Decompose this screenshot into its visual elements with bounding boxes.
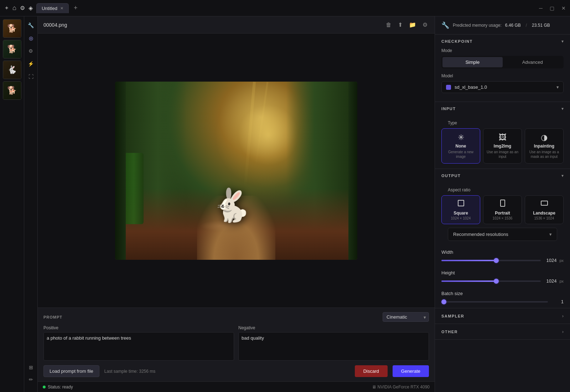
- batch-slider-value-row: 1: [441, 299, 564, 304]
- input-content: Type ✳ None Generate a new image 🖼 Img2I…: [435, 115, 570, 169]
- tab-close-icon[interactable]: ✕: [60, 6, 63, 11]
- add-tab-button[interactable]: +: [74, 4, 78, 12]
- square-name: Square: [445, 211, 477, 216]
- sample-time: Last sample time: 3256 ms: [104, 369, 155, 374]
- grid-view-icon[interactable]: ⊞: [26, 362, 36, 373]
- other-section[interactable]: OTHER ›: [435, 324, 570, 340]
- sampler-chevron-icon: ›: [562, 313, 564, 319]
- height-slider[interactable]: [441, 280, 541, 282]
- model-label: Model: [435, 73, 570, 78]
- status-text: Status: ready: [48, 385, 73, 390]
- export-image-button[interactable]: ⬆: [397, 20, 404, 30]
- width-slider-thumb[interactable]: [494, 258, 499, 263]
- tool-icon-sidebar: 🔧 ◎ ⚙ ⚡ ⛶ ⊞ ✏: [24, 16, 38, 392]
- wrench-tool-icon[interactable]: 🔧: [26, 20, 36, 31]
- thumbnail-1[interactable]: 🐕: [3, 19, 21, 38]
- positive-prompt-col: Positive a photo of a rabbit running bet…: [43, 325, 234, 362]
- square-icon: [445, 199, 477, 209]
- status-indicator: [43, 386, 46, 388]
- width-unit: px: [559, 258, 564, 263]
- height-slider-thumb[interactable]: [494, 279, 499, 284]
- advanced-mode-button[interactable]: Advanced: [503, 57, 563, 67]
- portrait-icon: [486, 199, 519, 209]
- home-icon[interactable]: ⌂: [12, 4, 16, 12]
- image-area: 00004.png 🗑 ⬆ 📁 ⚙: [38, 16, 435, 392]
- other-title: OTHER: [441, 330, 458, 334]
- none-icon: ✳: [445, 133, 477, 142]
- inpainting-name: Inpainting: [528, 144, 560, 149]
- pencil-tool-icon[interactable]: ✏: [26, 374, 36, 385]
- type-label: Type: [441, 120, 564, 125]
- type-none-card[interactable]: ✳ None Generate a new image: [441, 128, 480, 164]
- discard-button[interactable]: Discard: [355, 365, 388, 377]
- batch-slider-thumb[interactable]: [441, 299, 446, 304]
- memory-usage-bar: 🔧 Predicted memory usage: 6.46 GB / 23.5…: [435, 16, 570, 35]
- width-slider-fill: [441, 260, 496, 261]
- type-img2img-card[interactable]: 🖼 Img2Img Use an image as an input: [483, 128, 522, 164]
- style-select[interactable]: CinematicPhotorealisticAnimeOil Painting…: [383, 312, 429, 322]
- fullscreen-tool-icon[interactable]: ⛶: [26, 71, 36, 82]
- delete-image-button[interactable]: 🗑: [384, 20, 393, 30]
- checkpoint-section: CHECKPOINT ▾ Mode Simple Advanced Model …: [435, 35, 570, 102]
- none-name: None: [445, 144, 477, 149]
- input-chevron-icon: ▾: [561, 106, 564, 111]
- output-section-header[interactable]: OUTPUT ▾: [435, 169, 570, 182]
- model-color-dot: [446, 85, 451, 90]
- model-select[interactable]: sd_xl_base_1.0 ▾: [441, 81, 564, 93]
- checkpoint-content: Mode Simple Advanced Model sd_xl_base_1.…: [435, 48, 570, 102]
- minimize-button[interactable]: ─: [539, 5, 543, 11]
- batch-label: Batch size: [441, 291, 463, 296]
- gear-tool-icon[interactable]: ⚙: [26, 46, 36, 56]
- simple-mode-button[interactable]: Simple: [442, 57, 503, 67]
- input-section-header[interactable]: INPUT ▾: [435, 102, 570, 115]
- sampler-section[interactable]: SAMPLER ›: [435, 308, 570, 324]
- aspect-landscape-card[interactable]: Landscape 1536 × 1024: [525, 195, 564, 224]
- checkpoint-section-header[interactable]: CHECKPOINT ▾: [435, 35, 570, 48]
- height-slider-fill: [441, 280, 496, 282]
- prompt-header: PROMPT CinematicPhotorealisticAnimeOil P…: [43, 312, 429, 322]
- gpu-icon: 🖥: [372, 385, 377, 390]
- batch-slider[interactable]: [441, 301, 548, 303]
- radio-tool-icon[interactable]: ◎: [26, 33, 36, 43]
- type-cards: ✳ None Generate a new image 🖼 Img2Img Us…: [441, 128, 564, 164]
- input-title: INPUT: [441, 107, 456, 111]
- aspect-square-card[interactable]: Square 1024 × 1024: [441, 195, 480, 224]
- thumbnail-3[interactable]: 🐇: [3, 61, 21, 79]
- batch-value: 1: [551, 299, 564, 304]
- recommended-resolutions-dropdown[interactable]: Recommended resolutions ▾: [448, 228, 557, 241]
- image-settings-button[interactable]: ⚙: [421, 20, 429, 30]
- landscape-name: Landscape: [528, 211, 560, 216]
- output-content: Aspect ratio Square 1024 × 1024 Portrait: [435, 182, 570, 246]
- folder-button[interactable]: 📁: [408, 20, 418, 30]
- checkpoint-chevron-icon: ▾: [561, 39, 564, 44]
- main-image: 🐇: [115, 82, 357, 260]
- close-button[interactable]: ✕: [561, 5, 566, 11]
- negative-prompt-input[interactable]: bad quality: [238, 332, 429, 361]
- thumbnail-sidebar: 🐕 🐕 🐇 🐕: [0, 16, 24, 392]
- width-slider-value-row: 1024 px: [441, 258, 564, 263]
- none-desc: Generate a new image: [445, 150, 477, 159]
- img2img-desc: Use an image as an input: [486, 150, 519, 159]
- positive-prompt-input[interactable]: a photo of a rabbit running between tree…: [43, 332, 234, 361]
- height-label: Height: [441, 270, 455, 275]
- maximize-button[interactable]: ▢: [550, 5, 554, 11]
- generate-button[interactable]: Generate: [393, 365, 429, 377]
- inpainting-desc: Use an image as a mask as an input: [528, 150, 560, 159]
- aspect-cards: Square 1024 × 1024 Portrait 1024 × 1536: [441, 195, 564, 224]
- thumbnail-4[interactable]: 🐕: [3, 81, 21, 100]
- svg-rect-2: [541, 201, 548, 205]
- settings-icon[interactable]: ⚙: [20, 5, 25, 11]
- width-slider[interactable]: [441, 260, 541, 261]
- aspect-portrait-card[interactable]: Portrait 1024 × 1536: [483, 195, 522, 224]
- lightning-tool-icon[interactable]: ⚡: [26, 58, 36, 69]
- negative-label: Negative: [238, 325, 429, 330]
- image-canvas: 🐇: [38, 33, 435, 308]
- thumbnail-2[interactable]: 🐕: [3, 40, 21, 58]
- status-bar: Status: ready 🖥 NVIDIA GeForce RTX 4090: [38, 381, 435, 392]
- positive-label: Positive: [43, 325, 234, 330]
- active-tab[interactable]: Untitled ✕: [36, 3, 69, 13]
- load-prompt-button[interactable]: Load prompt from file: [43, 365, 99, 377]
- cube-icon[interactable]: ◈: [28, 5, 33, 11]
- width-label: Width: [441, 249, 453, 255]
- type-inpainting-card[interactable]: ◑ Inpainting Use an image as a mask as a…: [525, 128, 564, 164]
